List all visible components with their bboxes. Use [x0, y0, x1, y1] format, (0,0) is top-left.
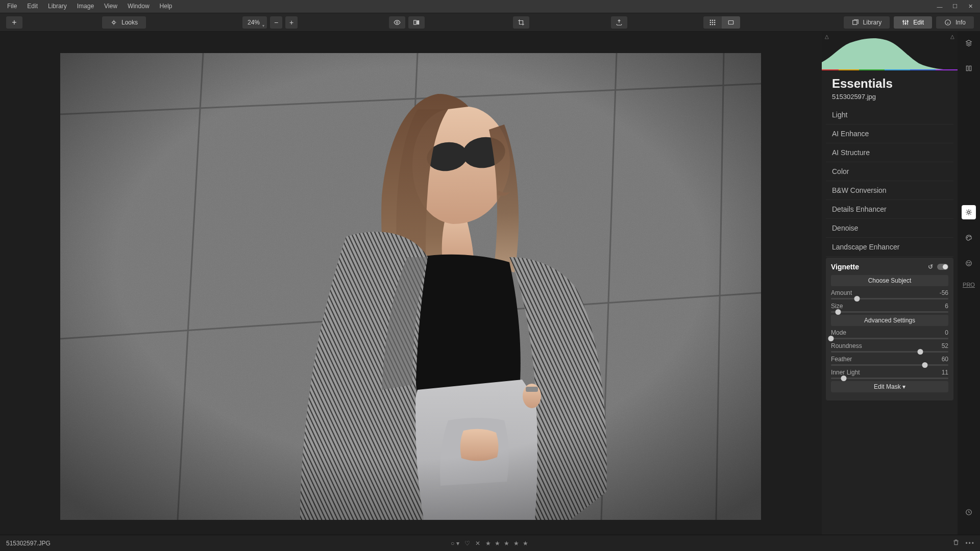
menu-edit[interactable]: Edit — [22, 0, 43, 13]
mode-tabs: Library Edit Info — [844, 16, 974, 29]
compare-button[interactable] — [408, 16, 425, 29]
slider-size[interactable]: Size6 — [831, 303, 948, 313]
svg-rect-7 — [710, 21, 711, 22]
svg-rect-2 — [414, 20, 416, 24]
creative-tool[interactable] — [962, 231, 976, 245]
svg-point-49 — [969, 262, 970, 263]
histogram[interactable]: △ △ — [822, 32, 958, 70]
canvas-icon — [965, 65, 972, 72]
svg-point-47 — [966, 261, 972, 266]
trash-icon — [952, 539, 960, 546]
window-minimize-icon[interactable]: — — [932, 4, 947, 10]
looks-button[interactable]: Looks — [102, 16, 146, 29]
cat-details[interactable]: Details Enhancer — [826, 200, 953, 219]
svg-point-48 — [968, 262, 968, 263]
image-canvas[interactable] — [0, 32, 822, 535]
cat-denoise[interactable]: Denoise — [826, 219, 953, 238]
edit-tab[interactable]: Edit — [894, 16, 932, 29]
svg-rect-3 — [417, 20, 420, 24]
svg-point-43 — [968, 211, 970, 214]
preview-toggle-button[interactable] — [389, 16, 405, 29]
eye-icon — [394, 19, 401, 26]
edit-label: Edit — [913, 19, 924, 26]
rating-stars[interactable]: ★ ★ ★ ★ ★ — [485, 540, 529, 547]
advanced-settings-button[interactable]: Advanced Settings — [831, 315, 948, 326]
zoom-out-button[interactable]: − — [270, 16, 282, 29]
layers-button[interactable] — [962, 36, 976, 50]
preview-controls — [389, 16, 425, 29]
svg-rect-33 — [60, 53, 761, 520]
cat-bw[interactable]: B&W Conversion — [826, 181, 953, 200]
vignette-title[interactable]: Vignette — [831, 263, 859, 271]
panel-title: Essentials — [822, 70, 958, 93]
size-value: 6 — [945, 303, 948, 310]
svg-point-16 — [905, 23, 906, 24]
palette-icon — [965, 234, 972, 241]
cat-landscape[interactable]: Landscape Enhancer — [826, 238, 953, 257]
menu-window[interactable]: Window — [122, 0, 155, 13]
essentials-tool[interactable] — [962, 205, 976, 219]
info-tab[interactable]: Info — [936, 16, 974, 29]
slider-amount[interactable]: Amount-56 — [831, 289, 948, 299]
status-filename: 515302597.JPG — [0, 540, 51, 547]
vignette-toggle[interactable] — [937, 264, 948, 270]
menu-view[interactable]: View — [99, 0, 122, 13]
window-close-icon[interactable]: ✕ — [963, 3, 978, 10]
status-bar: 515302597.JPG ○ ▾ ♡ ✕ ★ ★ ★ ★ ★ ••• — [0, 535, 980, 551]
choose-subject-button[interactable]: Choose Subject — [831, 275, 948, 286]
svg-rect-13 — [728, 20, 733, 24]
clip-shadows-icon[interactable]: △ — [825, 34, 829, 39]
slider-inner-light[interactable]: Inner Light11 — [831, 369, 948, 379]
innerlight-label: Inner Light — [831, 369, 860, 376]
menu-library[interactable]: Library — [43, 0, 72, 13]
svg-rect-8 — [712, 21, 713, 22]
export-icon — [616, 19, 623, 26]
cat-light[interactable]: Light — [826, 106, 953, 124]
library-tab[interactable]: Library — [844, 16, 890, 29]
looks-icon — [110, 19, 117, 26]
cat-ai-enhance[interactable]: AI Enhance — [826, 124, 953, 143]
slider-roundness[interactable]: Roundness52 — [831, 342, 948, 353]
delete-button[interactable] — [952, 539, 960, 547]
more-button[interactable]: ••• — [965, 540, 975, 547]
crop-button[interactable] — [513, 16, 529, 29]
menu-image[interactable]: Image — [72, 0, 99, 13]
reject-button[interactable]: ✕ — [475, 540, 480, 547]
slider-mode[interactable]: Mode0 — [831, 329, 948, 339]
grid-view-button[interactable] — [703, 16, 722, 29]
add-image-button[interactable]: + — [6, 16, 22, 29]
zoom-in-button[interactable]: + — [285, 16, 298, 29]
window-maximize-icon[interactable]: ☐ — [947, 3, 963, 10]
amount-label: Amount — [831, 289, 852, 296]
vignette-reset-button[interactable]: ↺ — [928, 263, 933, 270]
svg-point-15 — [903, 20, 904, 21]
pro-button[interactable]: PRO — [963, 282, 975, 288]
edit-mask-button[interactable]: Edit Mask ▾ — [831, 381, 948, 392]
favorite-button[interactable]: ♡ — [464, 540, 470, 547]
single-view-button[interactable] — [722, 16, 740, 29]
svg-rect-10 — [710, 23, 711, 24]
export-button[interactable] — [611, 16, 627, 29]
library-label: Library — [863, 19, 882, 26]
menu-help[interactable]: Help — [155, 0, 178, 13]
face-icon — [965, 260, 972, 267]
amount-value: -56 — [940, 289, 948, 296]
mode-value: 0 — [945, 329, 948, 336]
canvas-button[interactable] — [962, 61, 976, 76]
svg-rect-41 — [966, 66, 968, 70]
cat-ai-structure[interactable]: AI Structure — [826, 143, 953, 162]
zoom-dropdown[interactable]: 24% — [242, 16, 267, 29]
portrait-tool[interactable] — [962, 256, 976, 270]
slider-feather[interactable]: Feather60 — [831, 356, 948, 366]
color-tag-button[interactable]: ○ ▾ — [451, 540, 459, 547]
clip-highlights-icon[interactable]: △ — [950, 34, 954, 39]
svg-rect-11 — [712, 23, 713, 24]
feather-value: 60 — [942, 356, 948, 363]
svg-rect-6 — [714, 19, 715, 20]
svg-point-46 — [970, 236, 970, 237]
history-button[interactable] — [962, 505, 976, 519]
feather-label: Feather — [831, 356, 852, 363]
svg-rect-38 — [885, 69, 910, 70]
cat-color[interactable]: Color — [826, 162, 953, 181]
menu-file[interactable]: File — [2, 0, 22, 13]
